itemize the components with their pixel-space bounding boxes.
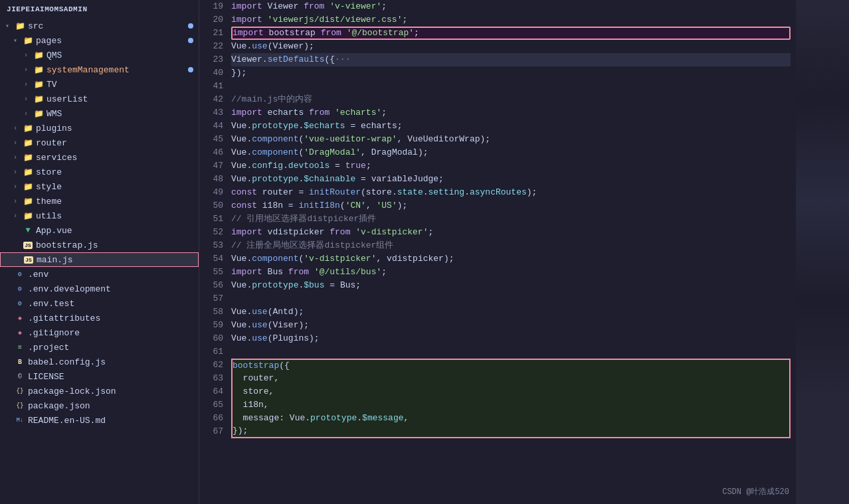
- sidebar-item-utils[interactable]: 📁utils: [0, 209, 199, 223]
- sidebar-item-project[interactable]: ≡.project: [0, 340, 199, 355]
- token: (: [268, 319, 273, 332]
- sidebar-item-router[interactable]: 📁router: [0, 135, 199, 150]
- sidebar-item-plugins[interactable]: 📁plugins: [0, 121, 199, 135]
- sidebar-item-store[interactable]: 📁store: [0, 165, 199, 179]
- arrow-icon: [13, 183, 23, 191]
- sidebar-item-label: store: [36, 167, 193, 177]
- line-number: 50: [205, 199, 223, 212]
- token: =: [294, 186, 309, 199]
- token: .: [246, 279, 252, 292]
- sidebar-item-qms[interactable]: 📁QMS: [0, 48, 199, 62]
- token: from: [330, 226, 355, 239]
- token: :: [279, 412, 290, 425]
- code-line: [231, 292, 791, 305]
- token: 'DragModal': [304, 146, 361, 159]
- token: ;: [381, 266, 387, 279]
- sidebar-item-mainjs[interactable]: JSmain.js: [0, 252, 199, 267]
- sidebar-item-systemManagement[interactable]: 📁systemManagement: [0, 62, 199, 77]
- token: ,: [274, 372, 279, 385]
- token: Vue: [231, 133, 246, 146]
- line-number: 58: [205, 305, 223, 319]
- sidebar-item-label: bootstrap.js: [36, 240, 193, 250]
- token: ): [527, 186, 532, 199]
- line-number: 60: [205, 332, 223, 345]
- sidebar-item-gitattributes[interactable]: ◈.gitattributes: [0, 311, 199, 325]
- token: Vue: [231, 120, 246, 133]
- sidebar-item-appvue[interactable]: ▼App.vue: [0, 223, 199, 238]
- token: ): [418, 146, 423, 159]
- token: (: [298, 252, 304, 266]
- sidebar-item-label: style: [36, 182, 193, 192]
- token: message: [233, 412, 279, 425]
- token: (: [361, 186, 366, 199]
- token: (: [298, 146, 304, 159]
- git-icon: ◈: [15, 313, 25, 323]
- code-line: });: [231, 425, 791, 438]
- folder-icon: 📁: [33, 79, 44, 90]
- folder-icon: 📁: [23, 137, 33, 148]
- token: ;: [428, 226, 433, 239]
- token: Bus: [340, 279, 355, 292]
- sidebar-item-label: QMS: [47, 50, 193, 60]
- token: Vue: [231, 319, 246, 332]
- sidebar-item-userList[interactable]: 📁userList: [0, 92, 199, 106]
- sidebar-item-gitignore[interactable]: ◈.gitignore: [0, 325, 199, 340]
- token: router: [233, 372, 274, 385]
- sidebar-item-label: plugins: [36, 124, 193, 133]
- code-editor: 1920212223404142434445464748495051525354…: [199, 0, 796, 504]
- token: config: [252, 159, 283, 173]
- code-line: // 引用地区选择器distpicker插件: [231, 212, 791, 226]
- line-number: 67: [205, 425, 223, 438]
- token: });: [233, 424, 248, 438]
- folder-icon: 📁: [15, 21, 25, 31]
- sidebar-item-label: package.json: [28, 401, 193, 411]
- sidebar-item-readme[interactable]: M↓README.en-US.md: [0, 413, 199, 428]
- line-number: 65: [205, 398, 223, 412]
- line-number: 48: [205, 173, 223, 186]
- line-number: 51: [205, 212, 223, 226]
- token: use: [252, 305, 267, 319]
- token: component: [252, 146, 298, 159]
- arrow-icon: [24, 52, 33, 59]
- sidebar-item-bootstrapjs[interactable]: JSbootstrap.js: [0, 238, 199, 252]
- token: ;: [402, 13, 407, 27]
- sidebar-item-style[interactable]: 📁style: [0, 179, 199, 194]
- token: ;: [366, 159, 371, 173]
- sidebar-item-license[interactable]: ©LICENSE: [0, 369, 199, 384]
- sidebar-item-tv[interactable]: 📁TV: [0, 77, 199, 92]
- line-number: 47: [205, 159, 223, 173]
- js-icon: JS: [23, 254, 34, 265]
- babel-icon: B: [15, 357, 25, 367]
- arrow-icon: [13, 212, 23, 220]
- sidebar-item-services[interactable]: 📁services: [0, 150, 199, 165]
- code-line: Vue.prototype.$echarts = echarts;: [231, 120, 791, 133]
- sidebar-item-label: .project: [28, 343, 193, 353]
- token: ,: [397, 133, 408, 146]
- token: ;: [304, 319, 309, 332]
- code-content[interactable]: import Viewer from 'v-viewer';import 'vi…: [231, 0, 796, 504]
- json-icon: {}: [15, 400, 25, 411]
- token: ;: [309, 40, 314, 53]
- token: ;: [532, 186, 537, 199]
- sidebar-item-babelconfig[interactable]: Bbabel.config.js: [0, 355, 199, 369]
- sidebar-item-envtest[interactable]: ⚙.env.test: [0, 296, 199, 311]
- line-number: 41: [205, 80, 223, 93]
- arrow-icon: [13, 198, 23, 205]
- sidebar-item-src[interactable]: 📁src: [0, 19, 199, 33]
- token: .: [246, 133, 252, 146]
- line-number: 57: [205, 292, 223, 305]
- folder-icon: 📁: [23, 35, 33, 46]
- sidebar-item-envdev[interactable]: ⚙.env.development: [0, 282, 199, 296]
- sidebar-item-pages[interactable]: 📁pages: [0, 33, 199, 48]
- sidebar-item-packagejson[interactable]: {}package.json: [0, 398, 199, 413]
- sidebar-item-packagelockjson[interactable]: {}package-lock.json: [0, 384, 199, 398]
- token: vdistpicker: [387, 252, 444, 266]
- sidebar-item-theme[interactable]: 📁theme: [0, 194, 199, 209]
- sidebar-item-wms[interactable]: 📁WMS: [0, 106, 199, 121]
- token: setDefaults: [268, 53, 325, 66]
- code-line: i18n,: [231, 398, 791, 412]
- sidebar-item-env[interactable]: ⚙.env: [0, 267, 199, 282]
- token: ;: [438, 173, 444, 186]
- token: ,: [264, 398, 269, 412]
- token: devtools: [288, 159, 330, 173]
